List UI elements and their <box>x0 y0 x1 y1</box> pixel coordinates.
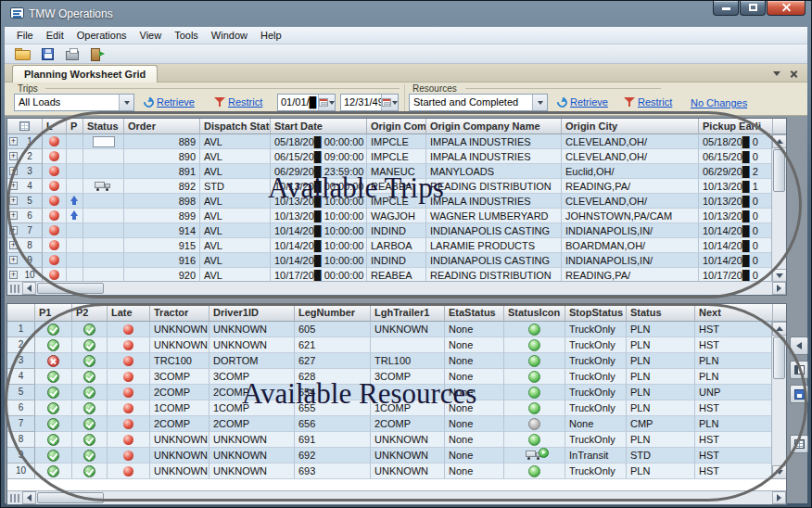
cell-driver[interactable]: 1COMP <box>209 400 295 416</box>
resources-filter-dropdown-button[interactable] <box>532 95 547 110</box>
scroll-down-button[interactable] <box>772 465 787 479</box>
row-header[interactable]: 4 <box>7 369 35 385</box>
scroll-right-button[interactable] <box>772 282 786 295</box>
expand-icon[interactable] <box>9 226 18 235</box>
cell-tractor[interactable]: 2COMP <box>150 416 209 432</box>
cell-order[interactable]: 898 <box>124 194 200 209</box>
row-header[interactable]: 6 <box>7 400 35 416</box>
cell-status-icon[interactable] <box>83 194 124 209</box>
cell-pickup[interactable]: 10/13/20█ 0 <box>699 209 773 223</box>
cell-tractor[interactable]: 1COMP <box>150 400 209 416</box>
cell-late[interactable] <box>108 416 150 432</box>
cell-eta[interactable]: None <box>445 369 504 385</box>
cell-pickup[interactable]: 10/14/20█ 0 <box>699 223 773 238</box>
cell-leg[interactable]: 628 <box>295 369 371 385</box>
scroll-up-button[interactable] <box>772 322 787 336</box>
menu-item-operations[interactable]: Operations <box>70 28 133 43</box>
cell-ocity[interactable]: READING,PA/ <box>562 179 699 194</box>
cell-priority[interactable] <box>67 134 83 149</box>
cell-ocomp[interactable]: INDIND <box>367 223 426 238</box>
row-header[interactable]: 4 <box>7 179 43 194</box>
trip-row[interactable]: 8915AVL10/14/20█ 10:00:00LARBOALARAMIE P… <box>7 238 786 253</box>
row-header[interactable]: 3 <box>7 164 43 179</box>
cell-ocomp[interactable]: IMPCLE <box>367 134 426 149</box>
menu-item-help[interactable]: Help <box>254 28 288 43</box>
cell-trailer[interactable]: UNKNOWN <box>371 448 445 464</box>
cell-p1[interactable] <box>35 369 72 385</box>
trip-row[interactable]: 6899AVL10/13/20█ 10:00:00WAGJOHWAGNER LU… <box>7 209 786 223</box>
scroll-left-button[interactable] <box>22 491 36 504</box>
trips-vertical-scrollbar[interactable] <box>771 134 786 283</box>
cell-ocity[interactable]: CLEVELAND,OH/ <box>562 149 699 164</box>
cell-ocity[interactable]: INDIANAPOLIS,IN/ <box>562 253 699 268</box>
cell-tractor[interactable]: 3COMP <box>150 369 209 385</box>
cell-start[interactable]: 10/13/20█ 10:00:00 <box>271 209 367 223</box>
cell-next[interactable]: PLN <box>695 369 773 385</box>
cell-status[interactable]: PLN <box>627 464 695 479</box>
cell-oname[interactable]: IMPALA INDUSTRIES <box>426 149 562 164</box>
cell-p2[interactable] <box>72 448 108 464</box>
cell-status[interactable]: CMP <box>627 416 695 432</box>
menu-item-edit[interactable]: Edit <box>40 28 70 43</box>
cell-tractor[interactable]: TRC100 <box>150 353 209 369</box>
cell-stop[interactable]: TruckOnly <box>565 464 627 479</box>
cell-start[interactable]: 10/14/20█ 10:00:00 <box>271 253 367 268</box>
cell-leg[interactable]: 692 <box>295 448 371 464</box>
cell-pickup[interactable]: 10/14/20█ 0 <box>699 253 773 268</box>
cell-pickup[interactable]: 06/29/20█ 2 <box>699 164 773 179</box>
cell-trailer[interactable] <box>371 337 445 353</box>
cell-late[interactable] <box>43 134 67 149</box>
cell-driver[interactable]: 3COMP <box>209 369 295 385</box>
column-header-l[interactable]: L <box>43 119 67 134</box>
cell-stop[interactable]: TruckOnly <box>565 353 627 369</box>
cell-late[interactable] <box>43 179 67 194</box>
toolbar-button-save[interactable] <box>37 45 57 63</box>
cell-order[interactable]: 892 <box>124 179 200 194</box>
cell-driver[interactable]: 2COMP <box>209 416 295 432</box>
column-header-p1[interactable]: P1 <box>35 304 72 322</box>
cell-eta[interactable]: None <box>445 416 504 432</box>
cell-eta[interactable]: None <box>445 400 504 416</box>
scroll-up-button[interactable] <box>772 134 787 148</box>
cell-status[interactable]: PLN <box>627 337 695 353</box>
resources-vertical-scrollbar[interactable] <box>771 322 786 479</box>
cell-pickup[interactable]: 10/14/20█ 0 <box>699 238 773 253</box>
cell-p2[interactable] <box>72 385 108 400</box>
cell-status-icon[interactable] <box>83 238 124 253</box>
cell-status[interactable]: PLN <box>627 400 695 416</box>
column-header-stopstatus[interactable]: StopStatus <box>565 304 627 322</box>
cell-order[interactable]: 891 <box>124 164 200 179</box>
cell-next[interactable]: UNP <box>695 385 773 400</box>
cell-eta[interactable]: None <box>445 353 504 369</box>
chevron-down-icon[interactable] <box>773 71 780 76</box>
column-header-dispatch-status[interactable]: Dispatch Status <box>200 119 271 134</box>
column-header-p2[interactable]: P2 <box>72 304 108 322</box>
resource-row[interactable]: 10UNKNOWNUNKNOWN693UNKNOWNNoneTruckOnlyP… <box>7 464 786 479</box>
row-header[interactable]: 1 <box>7 134 43 149</box>
cell-eta[interactable]: None <box>445 464 504 479</box>
cell-dispatch[interactable]: STD <box>200 179 271 194</box>
cell-leg[interactable]: 621 <box>295 337 371 353</box>
cell-leg[interactable]: 605 <box>295 322 371 337</box>
cell-eta[interactable]: None <box>445 448 504 464</box>
toolbar-button-open-folder[interactable] <box>12 45 32 63</box>
cell-next[interactable]: HST <box>695 337 773 353</box>
cell-start[interactable]: 10/13/20█ 00:00:00 <box>271 179 367 194</box>
cell-stop[interactable]: TruckOnly <box>565 369 627 385</box>
cell-status[interactable]: PLN <box>627 385 695 400</box>
cell-late[interactable] <box>108 448 150 464</box>
cell-order[interactable]: 899 <box>124 209 200 223</box>
scroll-right-button[interactable] <box>772 491 786 504</box>
cell-late[interactable] <box>43 253 67 268</box>
cell-sicon[interactable] <box>504 322 565 337</box>
resource-row[interactable]: 72COMP2COMP6562COMPNoneNoneCMPPLN <box>7 416 786 432</box>
grid-corner-cell[interactable] <box>7 304 35 322</box>
column-header-legnumber[interactable]: LegNumber <box>295 304 371 322</box>
cell-status[interactable]: PLN <box>627 322 695 337</box>
cell-sicon[interactable] <box>504 337 565 353</box>
cell-start[interactable]: 06/29/20█ 23:59:00 <box>271 164 367 179</box>
expand-icon[interactable] <box>9 256 18 264</box>
column-header-etastatus[interactable]: EtaStatus <box>445 304 504 322</box>
cell-trailer[interactable]: UNKNOWN <box>371 432 445 448</box>
resource-row[interactable]: 9UNKNOWNUNKNOWN692UNKNOWNNoneInTransitST… <box>7 448 786 464</box>
